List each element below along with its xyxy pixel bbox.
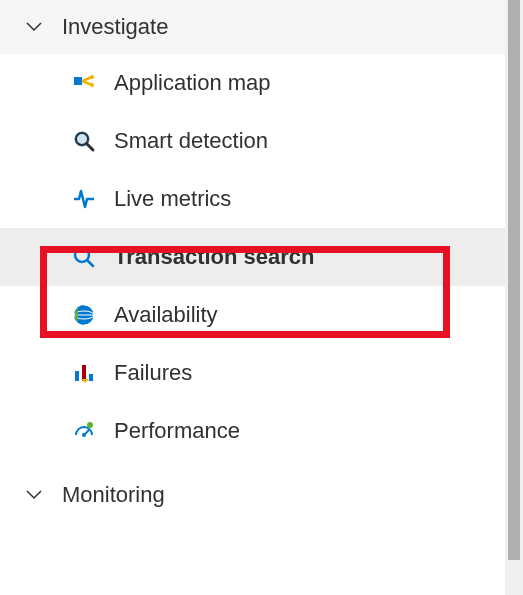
smart-detection-icon: [72, 129, 96, 153]
performance-icon: [72, 419, 96, 443]
availability-icon: [72, 303, 96, 327]
svg-point-1: [90, 75, 94, 79]
section-header-investigate[interactable]: Investigate: [0, 0, 505, 54]
nav-item-failures[interactable]: Failures: [0, 344, 505, 402]
scrollbar-track[interactable]: [505, 0, 523, 595]
nav-item-performance[interactable]: Performance: [0, 402, 505, 460]
failures-icon: [72, 361, 96, 385]
nav-item-label: Availability: [114, 302, 218, 328]
nav-item-availability[interactable]: Availability: [0, 286, 505, 344]
nav-item-label: Application map: [114, 70, 271, 96]
svg-rect-11: [82, 365, 86, 381]
search-icon: [72, 245, 96, 269]
svg-rect-0: [74, 77, 82, 85]
svg-rect-12: [89, 374, 93, 381]
svg-rect-10: [75, 371, 79, 381]
side-nav: Investigate Application map: [0, 0, 505, 522]
nav-item-transaction-search[interactable]: Transaction search: [0, 228, 505, 286]
nav-item-label: Transaction search: [114, 244, 315, 270]
nav-item-application-map[interactable]: Application map: [0, 54, 505, 112]
nav-item-label: Failures: [114, 360, 192, 386]
nav-item-label: Performance: [114, 418, 240, 444]
live-metrics-icon: [72, 187, 96, 211]
application-map-icon: [72, 71, 96, 95]
nav-item-live-metrics[interactable]: Live metrics: [0, 170, 505, 228]
scrollbar-thumb[interactable]: [508, 0, 520, 560]
svg-line-14: [84, 430, 89, 435]
svg-line-5: [87, 144, 93, 150]
nav-item-label: Live metrics: [114, 186, 231, 212]
svg-point-15: [87, 422, 93, 428]
svg-point-2: [90, 83, 94, 87]
investigate-items: Application map Smart detection Live met…: [0, 54, 505, 460]
svg-line-7: [88, 261, 94, 267]
chevron-down-icon: [24, 17, 44, 37]
section-label: Investigate: [62, 14, 168, 40]
chevron-down-icon: [24, 485, 44, 505]
section-label: Monitoring: [62, 482, 165, 508]
nav-item-smart-detection[interactable]: Smart detection: [0, 112, 505, 170]
section-header-monitoring[interactable]: Monitoring: [0, 460, 505, 522]
nav-item-label: Smart detection: [114, 128, 268, 154]
